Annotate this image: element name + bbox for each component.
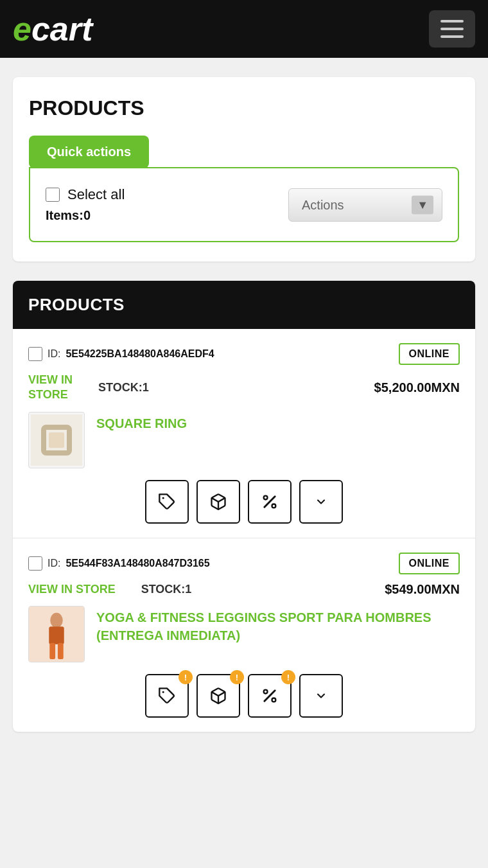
products-card-title: PRODUCTS [29, 96, 459, 120]
app-header: e cart [0, 0, 488, 58]
svg-rect-10 [49, 626, 64, 644]
hamburger-line-3 [440, 35, 464, 38]
products-card: PRODUCTS Quick actions Select all Items:… [13, 77, 475, 261]
app-logo: e cart [13, 12, 92, 46]
svg-point-9 [50, 613, 63, 628]
product-1-checkbox[interactable] [28, 347, 42, 361]
product-item: ID: 5E544F83A148480A847D3165 ONLINE VIEW… [13, 538, 475, 732]
product-1-discount-button[interactable] [248, 480, 292, 524]
svg-point-6 [264, 495, 268, 499]
product-2-more-button[interactable] [299, 674, 343, 718]
select-all-area: Select all Items:0 [46, 186, 125, 223]
product-1-more-button[interactable] [299, 480, 343, 524]
product-id-row: ID: 5E54225BA148480A846AEDF4 [28, 347, 214, 361]
product-item: ID: 5E54225BA148480A846AEDF4 ONLINE VIEW… [13, 329, 475, 538]
products-section-title: PRODUCTS [28, 295, 460, 315]
product-1-meta-row: VIEW INSTORE STOCK:1 $5,200.00MXN [28, 373, 460, 403]
product-1-view-store-link[interactable]: VIEW INSTORE [28, 373, 73, 403]
product-2-discount-badge: ! [281, 670, 295, 684]
product-2-stock: STOCK:1 [141, 583, 192, 596]
svg-line-5 [265, 497, 275, 507]
product-2-id-prefix: ID: [48, 558, 60, 569]
select-all-row: Select all [46, 186, 125, 203]
main-content: PRODUCTS Quick actions Select all Items:… [0, 58, 488, 751]
product-1-tag-button[interactable] [145, 480, 189, 524]
items-count: Items:0 [46, 208, 125, 223]
product-1-id: 5E54225BA148480A846AEDF4 [65, 348, 214, 360]
product-1-status-badge: ONLINE [399, 343, 460, 365]
svg-point-7 [272, 504, 276, 508]
product-2-status-badge: ONLINE [399, 553, 460, 574]
actions-select-wrapper: Actions Delete Publish Unpublish ▼ [288, 188, 442, 222]
product-2-box-button[interactable]: ! [196, 674, 240, 718]
product-2-price: $549.00MXN [385, 582, 460, 597]
svg-rect-2 [49, 432, 64, 448]
product-1-id-prefix: ID: [48, 348, 60, 360]
product-2-discount-button[interactable]: ! [248, 674, 292, 718]
product-1-stock: STOCK:1 [98, 381, 149, 394]
hamburger-line-1 [440, 20, 464, 22]
products-section: PRODUCTS ID: 5E54225BA148480A846AEDF4 ON… [13, 281, 475, 732]
product-2-meta-row: VIEW IN STORE STOCK:1 $549.00MXN [28, 582, 460, 597]
product-top-row-2: ID: 5E544F83A148480A847D3165 ONLINE [28, 553, 460, 574]
product-1-name: SQUARE RING [96, 412, 187, 432]
quick-actions-panel: Select all Items:0 Actions Delete Publis… [29, 167, 459, 242]
svg-point-17 [272, 698, 276, 702]
product-2-actions-row: ! ! ! [28, 674, 460, 718]
svg-rect-12 [58, 643, 64, 659]
product-1-name-row: SQUARE RING [28, 412, 460, 468]
product-2-id: 5E544F83A148480A847D3165 [65, 558, 209, 569]
hamburger-line-2 [440, 28, 464, 30]
svg-point-16 [264, 690, 268, 694]
product-2-tag-button[interactable]: ! [145, 674, 189, 718]
product-2-checkbox[interactable] [28, 556, 42, 571]
product-2-view-store-link[interactable]: VIEW IN STORE [28, 582, 116, 597]
product-1-price: $5,200.00MXN [374, 380, 460, 395]
product-top-row: ID: 5E54225BA148480A846AEDF4 ONLINE [28, 343, 460, 365]
logo-e: e [13, 12, 31, 46]
product-2-image [28, 606, 85, 662]
product-2-name: YOGA & FITNESS LEGGINGS SPORT PARA HOMBR… [96, 606, 460, 644]
hamburger-menu-button[interactable] [429, 10, 475, 48]
products-section-header: PRODUCTS [13, 281, 475, 329]
product-2-tag-badge: ! [179, 670, 193, 684]
select-all-label: Select all [67, 186, 125, 203]
product-1-image [28, 412, 85, 468]
product-1-actions-row [28, 480, 460, 524]
product-2-name-row: YOGA & FITNESS LEGGINGS SPORT PARA HOMBR… [28, 606, 460, 662]
product-2-box-badge: ! [230, 670, 244, 684]
svg-line-15 [265, 691, 275, 701]
product-1-box-button[interactable] [196, 480, 240, 524]
logo-cart: cart [31, 12, 92, 46]
actions-select[interactable]: Actions Delete Publish Unpublish [288, 188, 442, 222]
quick-actions-button[interactable]: Quick actions [29, 136, 149, 168]
product-2-id-row: ID: 5E544F83A148480A847D3165 [28, 556, 210, 571]
svg-rect-11 [49, 643, 55, 659]
select-all-checkbox[interactable] [46, 188, 60, 202]
